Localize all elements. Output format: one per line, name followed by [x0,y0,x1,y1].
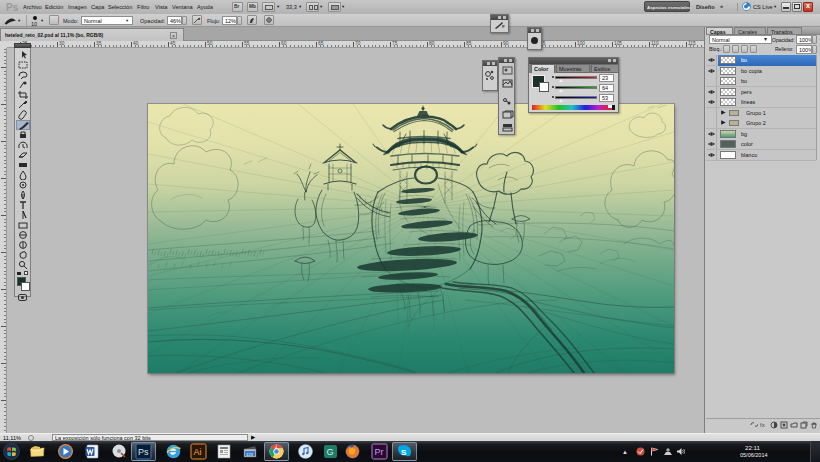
svg-text:Pr: Pr [375,447,384,457]
svg-text:S: S [401,448,407,457]
svg-text:fx: fx [760,422,765,428]
svg-text:Ps: Ps [138,447,149,457]
svg-text:123: 123 [246,452,253,457]
svg-text:G: G [327,447,334,457]
svg-text:Ai: Ai [194,447,202,457]
